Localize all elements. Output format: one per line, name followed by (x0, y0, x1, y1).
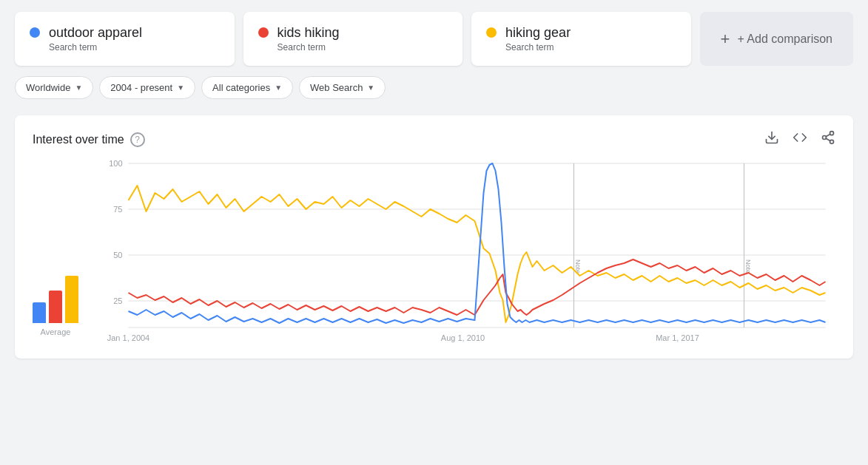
term-info-2: kids hiking Search term (277, 25, 340, 52)
term-dot-1 (30, 27, 40, 38)
help-icon[interactable]: ? (130, 132, 145, 147)
term-name-1: outdoor apparel (49, 25, 142, 41)
term-type-1: Search term (49, 42, 142, 52)
geo-filter-label: Worldwide (26, 82, 70, 93)
outdoor-apparel-line (129, 163, 826, 323)
svg-text:Note: Note (744, 259, 752, 274)
svg-text:100: 100 (109, 159, 122, 168)
plus-icon: + (721, 30, 730, 49)
term-type-3: Search term (505, 42, 571, 52)
category-filter-label: All categories (212, 82, 270, 93)
search-type-filter-label: Web Search (310, 82, 363, 93)
geo-chevron-icon: ▼ (75, 84, 82, 92)
bars-container (33, 264, 78, 323)
chart-title: Interest over time (33, 133, 124, 146)
time-chevron-icon: ▼ (177, 84, 184, 92)
avg-bars-section: Average (33, 264, 78, 351)
time-filter-label: 2004 - present (110, 82, 172, 93)
term-card-1[interactable]: outdoor apparel Search term (15, 12, 235, 66)
add-comparison-button[interactable]: + + Add comparison (700, 12, 853, 66)
line-chart-wrapper: 100 75 50 25 Note Note Jan 1, 2004 Aug 1… (90, 156, 835, 351)
share-icon[interactable] (821, 130, 835, 149)
search-type-chevron-icon: ▼ (367, 84, 374, 92)
term-dot-3 (486, 27, 497, 38)
svg-text:50: 50 (113, 251, 122, 259)
hiking-gear-line (129, 186, 826, 322)
chart-title-row: Interest over time ? (33, 132, 145, 147)
term-name-3: hiking gear (505, 25, 571, 41)
svg-text:25: 25 (113, 296, 122, 305)
term-info-1: outdoor apparel Search term (49, 25, 142, 52)
term-type-2: Search term (277, 42, 340, 52)
geo-filter[interactable]: Worldwide ▼ (15, 76, 93, 99)
term-card-3[interactable]: hiking gear Search term (471, 12, 691, 66)
avg-bar-2 (49, 291, 62, 323)
terms-row: outdoor apparel Search term kids hiking … (15, 12, 853, 66)
category-filter[interactable]: All categories ▼ (201, 76, 293, 99)
svg-text:75: 75 (113, 205, 122, 214)
svg-text:Mar 1, 2017: Mar 1, 2017 (656, 333, 699, 342)
term-dot-2 (258, 27, 269, 38)
svg-text:Aug 1, 2010: Aug 1, 2010 (441, 333, 485, 342)
svg-line-4 (826, 138, 830, 140)
avg-label: Average (41, 327, 71, 336)
chart-header: Interest over time ? (33, 130, 835, 149)
chart-actions (764, 130, 835, 149)
line-chart-svg: 100 75 50 25 Note Note Jan 1, 2004 Aug 1… (90, 156, 835, 348)
avg-bar-1 (33, 302, 46, 323)
add-comparison-label: + Add comparison (737, 33, 832, 46)
avg-bar-3 (65, 276, 78, 323)
download-icon[interactable] (764, 130, 779, 149)
time-filter[interactable]: 2004 - present ▼ (99, 76, 195, 99)
chart-area: Average 100 75 50 25 Note Note (33, 156, 835, 351)
top-section: outdoor apparel Search term kids hiking … (0, 0, 868, 108)
category-chevron-icon: ▼ (275, 84, 282, 92)
filters-row: Worldwide ▼ 2004 - present ▼ All categor… (15, 76, 853, 99)
term-name-2: kids hiking (277, 25, 340, 41)
term-card-2[interactable]: kids hiking Search term (243, 12, 463, 66)
svg-line-5 (826, 134, 830, 136)
svg-text:Jan 1, 2004: Jan 1, 2004 (107, 333, 150, 342)
search-type-filter[interactable]: Web Search ▼ (299, 76, 386, 99)
term-info-3: hiking gear Search term (505, 25, 571, 52)
main-content: Interest over time ? (15, 115, 853, 359)
code-icon[interactable] (793, 130, 807, 149)
